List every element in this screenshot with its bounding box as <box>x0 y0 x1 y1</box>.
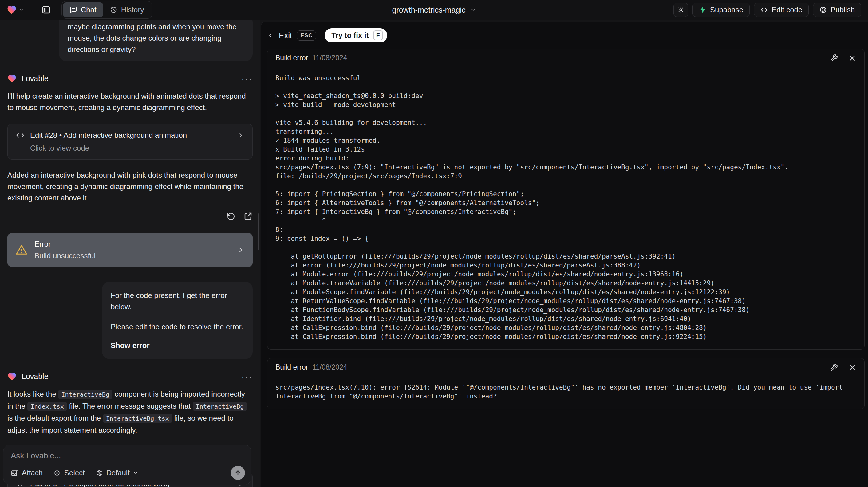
select-element-button[interactable]: Select <box>53 468 85 477</box>
preview-header: Exit ESC Try to fix it F <box>267 27 865 44</box>
build-error-log: Build was unsuccessful > vite_react_shad… <box>275 74 856 341</box>
publish-button[interactable]: Publish <box>813 3 861 17</box>
attach-label: Attach <box>22 468 43 477</box>
top-bar: Chat History growth-metrics-magic Supaba… <box>0 0 868 20</box>
publish-label: Publish <box>831 5 855 14</box>
edit-card-28[interactable]: Edit #28 • Add interactive background an… <box>7 124 253 159</box>
arrow-up-icon <box>234 469 242 477</box>
code-brackets-icon <box>16 131 25 140</box>
f-key-badge: F <box>373 30 383 40</box>
fix-with-ai-button[interactable] <box>830 54 838 62</box>
close-icon <box>848 363 856 371</box>
supabase-button[interactable]: Supabase <box>692 3 750 17</box>
build-error-panel-2: Build error 11/08/2024 src/pages/Index.t… <box>267 358 865 409</box>
close-panel-button[interactable] <box>848 363 856 371</box>
chevron-down-icon <box>470 7 476 12</box>
fix-with-ai-button[interactable] <box>830 363 838 371</box>
code-brackets-icon <box>761 6 768 13</box>
error-card-subtitle: Build unsuccessful <box>34 251 96 260</box>
error-panel-header: Build error 11/08/2024 <box>268 359 864 376</box>
user-message-line: Please edit the code to resolve the erro… <box>111 321 244 332</box>
user-message: maybe diagramming points and when you mo… <box>59 20 253 61</box>
error-panel-body: src/pages/Index.tsx(7,10): error TS2614:… <box>268 376 864 409</box>
warning-triangle-icon <box>16 244 28 256</box>
panel-left-icon <box>41 5 51 14</box>
inline-code: InteractiveBg.tsx <box>103 414 172 423</box>
chat-input[interactable] <box>11 451 244 461</box>
target-icon <box>53 469 61 477</box>
error-panel-title: Build error <box>275 363 308 371</box>
chevron-right-icon <box>237 246 245 254</box>
lovable-heart-icon <box>7 74 17 83</box>
error-card-title: Error <box>34 240 96 248</box>
wrench-icon <box>830 363 838 371</box>
mode-label: Default <box>106 468 130 477</box>
assistant-summary: Added an interactive background with pin… <box>7 170 253 204</box>
build-error-panel-1: Build error 11/08/2024 Build was unsucce… <box>267 49 865 349</box>
chat-panel: maybe diagramming points and when you mo… <box>0 20 260 487</box>
lovable-heart-icon <box>7 372 17 381</box>
inline-code: InteractiveBg <box>193 402 247 411</box>
project-switcher[interactable]: growth-metrics-magic <box>392 5 476 14</box>
user-message-text: maybe diagramming points and when you mo… <box>68 23 237 54</box>
try-to-fix-button[interactable]: Try to fix it F <box>324 28 387 42</box>
assistant-fix-intro: It looks like the InteractiveBg componen… <box>7 388 253 436</box>
sidebar-toggle-button[interactable] <box>39 2 54 17</box>
assistant-intro: I'll help create an interactive backgrou… <box>7 90 253 113</box>
gear-icon <box>677 6 685 14</box>
attach-button[interactable]: Attach <box>11 468 43 477</box>
show-error-link[interactable]: Show error <box>111 340 244 351</box>
assistant-name: Lovable <box>22 74 49 83</box>
retry-button[interactable] <box>226 212 236 221</box>
sliders-icon <box>95 469 103 477</box>
user-message-line: For the code present, I get the error be… <box>111 290 244 312</box>
chevron-right-icon <box>237 131 244 139</box>
error-panel-title: Build error <box>275 54 308 62</box>
esc-key-badge: ESC <box>297 30 316 40</box>
project-name: growth-metrics-magic <box>392 5 466 14</box>
assistant-name: Lovable <box>22 372 49 381</box>
tab-chat-label: Chat <box>81 5 96 14</box>
message-menu-button[interactable]: ··· <box>241 75 253 82</box>
exit-label: Exit <box>279 31 292 40</box>
build-error-log: src/pages/Index.tsx(7,10): error TS2614:… <box>275 383 856 401</box>
chevron-down-icon <box>133 470 138 475</box>
wrench-icon <box>830 54 838 62</box>
tab-history[interactable]: History <box>103 2 151 17</box>
send-button[interactable] <box>231 466 245 480</box>
chat-scrollbar[interactable] <box>257 213 259 250</box>
message-actions <box>7 212 253 221</box>
tab-history-label: History <box>121 5 144 14</box>
supabase-bolt-icon <box>699 6 706 13</box>
build-error-card[interactable]: Error Build unsuccessful <box>7 233 253 267</box>
tab-chat[interactable]: Chat <box>63 2 103 17</box>
close-icon <box>848 54 856 62</box>
lovable-logo-menu[interactable] <box>7 5 25 14</box>
edit-code-button[interactable]: Edit code <box>754 3 809 17</box>
close-panel-button[interactable] <box>848 54 856 62</box>
preview-panel: Exit ESC Try to fix it F Build error 11/… <box>261 22 868 487</box>
settings-button[interactable] <box>674 3 688 17</box>
mode-dropdown[interactable]: Default <box>95 468 138 477</box>
inline-code: InteractiveBg <box>58 390 113 399</box>
message-menu-button[interactable]: ··· <box>241 373 253 380</box>
chevron-down-icon <box>19 7 25 12</box>
open-preview-button[interactable] <box>243 212 253 221</box>
error-panel-header: Build error 11/08/2024 <box>268 49 864 67</box>
edit-code-label: Edit code <box>772 5 802 14</box>
chevron-left-icon <box>267 32 274 39</box>
user-message: For the code present, I get the error be… <box>102 282 253 359</box>
edit-card-title: Edit #28 • Add interactive background an… <box>30 131 187 140</box>
error-panel-date: 11/08/2024 <box>312 363 347 371</box>
chat-icon <box>70 6 77 13</box>
history-clock-icon <box>110 6 117 13</box>
refresh-icon <box>226 212 236 221</box>
lovable-heart-icon <box>7 5 17 14</box>
image-attach-icon <box>11 469 19 477</box>
topbar-actions: Supabase Edit code Publish <box>674 3 861 17</box>
edit-card-subtitle: Click to view code <box>30 144 244 152</box>
exit-button[interactable]: Exit ESC <box>267 30 316 40</box>
try-to-fix-label: Try to fix it <box>331 31 369 40</box>
assistant-header: Lovable ··· <box>7 74 253 83</box>
error-panel-date: 11/08/2024 <box>312 54 347 62</box>
